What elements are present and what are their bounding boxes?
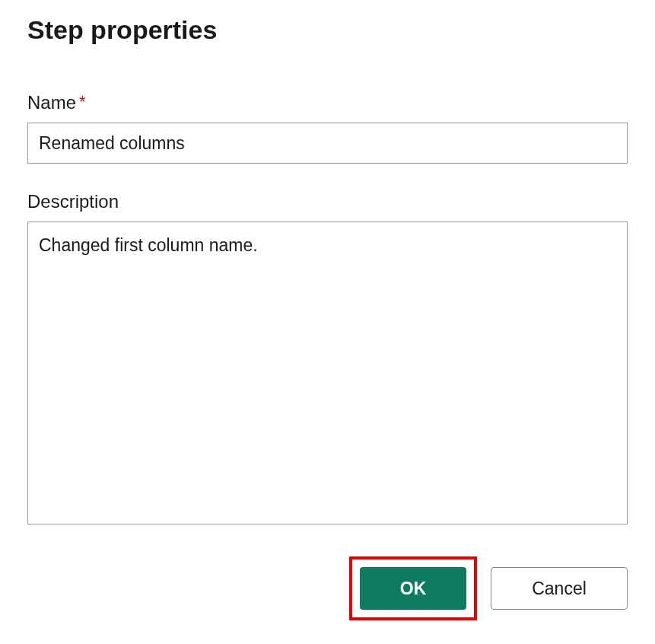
name-label: Name* — [27, 98, 86, 111]
dialog-title: Step properties — [27, 15, 628, 45]
name-input[interactable] — [27, 123, 628, 164]
description-textarea[interactable] — [27, 222, 628, 524]
name-label-text: Name — [27, 92, 76, 113]
ok-highlight-box: OK — [349, 556, 477, 620]
name-field-group: Name* — [27, 92, 628, 164]
cancel-button[interactable]: Cancel — [491, 567, 628, 610]
button-row: OK Cancel — [27, 556, 628, 620]
description-label: Description — [27, 191, 119, 212]
description-field-group: Description — [27, 191, 628, 528]
required-star-icon: * — [79, 92, 86, 111]
ok-button[interactable]: OK — [360, 567, 466, 610]
